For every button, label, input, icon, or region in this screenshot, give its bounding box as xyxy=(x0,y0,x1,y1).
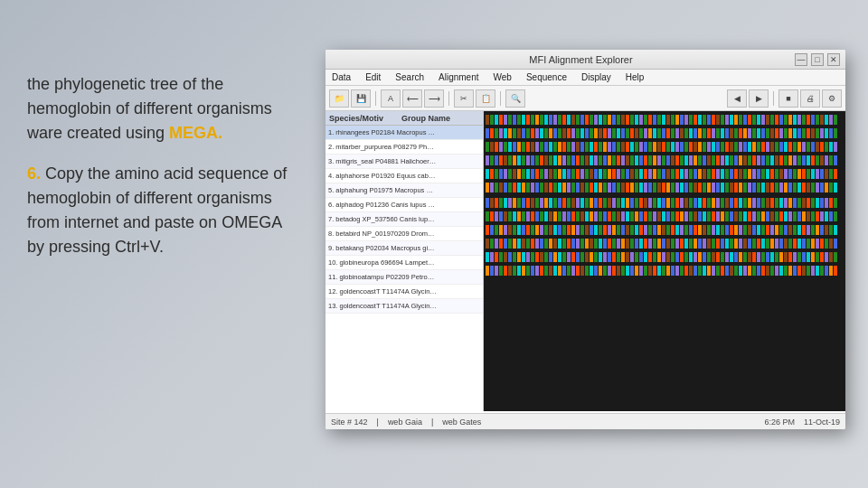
svg-rect-578 xyxy=(594,211,598,221)
svg-rect-425 xyxy=(617,183,620,192)
svg-rect-66 xyxy=(779,115,783,125)
svg-rect-95 xyxy=(553,128,557,138)
seq-data-row xyxy=(486,223,844,237)
svg-rect-525 xyxy=(712,198,715,208)
close-button[interactable]: ✕ xyxy=(827,53,840,66)
svg-rect-455 xyxy=(752,183,756,192)
svg-rect-313 xyxy=(825,155,828,165)
svg-rect-120 xyxy=(666,128,670,138)
menu-sequence[interactable]: Sequence xyxy=(524,72,570,82)
svg-rect-330 xyxy=(544,169,548,179)
table-row[interactable]: 9. betakang P02034 Macropus giganteus (e… xyxy=(326,241,483,256)
table-row[interactable]: 8. betabird NP_001970209 Dromaegius corv… xyxy=(326,227,483,241)
toolbar-search-btn[interactable]: 🔍 xyxy=(505,89,525,108)
svg-rect-380 xyxy=(770,169,774,179)
svg-rect-896 xyxy=(603,266,607,276)
svg-rect-653 xyxy=(576,225,580,235)
svg-rect-368 xyxy=(716,169,720,179)
table-row[interactable]: 4. alphahorse P01920 Equus caballus xyxy=(326,169,483,183)
table-row[interactable]: 12. goldencoastT T11474A Glycine max (so… xyxy=(326,285,483,299)
svg-rect-753 xyxy=(671,239,675,249)
svg-rect-64 xyxy=(770,115,774,125)
svg-rect-422 xyxy=(603,183,607,192)
menu-display[interactable]: Display xyxy=(579,72,614,82)
svg-rect-310 xyxy=(811,155,815,165)
table-row[interactable]: 5. alphahung P01975 Macropus giganteus (… xyxy=(326,183,483,198)
svg-rect-529 xyxy=(730,198,733,208)
table-row[interactable]: 3. mitigris_seal P04881 Halichoerus gryp… xyxy=(326,155,483,169)
menu-edit[interactable]: Edit xyxy=(363,72,383,82)
svg-rect-900 xyxy=(621,266,625,276)
svg-rect-674 xyxy=(671,225,675,235)
svg-rect-78 xyxy=(834,115,837,125)
svg-rect-28 xyxy=(608,115,611,125)
svg-rect-256 xyxy=(567,155,571,165)
table-row[interactable]: 13. goldencoastT T11474A Glycine max (so… xyxy=(326,299,483,314)
toolbar-btn10[interactable]: ⚙ xyxy=(822,89,842,108)
svg-rect-433 xyxy=(653,183,656,192)
svg-rect-404 xyxy=(522,183,525,192)
svg-rect-382 xyxy=(779,169,783,179)
menu-data[interactable]: Data xyxy=(329,72,354,82)
svg-rect-374 xyxy=(743,169,747,179)
svg-rect-194 xyxy=(644,142,647,152)
svg-rect-911 xyxy=(671,266,675,276)
svg-rect-561 xyxy=(517,211,521,221)
svg-rect-5 xyxy=(504,115,507,125)
svg-rect-144 xyxy=(775,128,778,138)
toolbar-open[interactable]: 📁 xyxy=(329,89,349,108)
svg-rect-227 xyxy=(793,142,797,152)
window-controls[interactable]: — □ ✕ xyxy=(795,53,840,66)
table-row[interactable]: 10. globineuropa 696694 Lampetra fluviat… xyxy=(326,256,483,270)
svg-rect-709 xyxy=(829,225,833,235)
toolbar-btn6[interactable]: ◀ xyxy=(727,89,747,108)
svg-rect-393 xyxy=(829,169,833,179)
svg-rect-547 xyxy=(811,198,815,208)
svg-rect-375 xyxy=(748,169,751,179)
toolbar-btn3[interactable]: ⟶ xyxy=(424,89,444,108)
svg-rect-555 xyxy=(490,211,494,221)
menu-search[interactable]: Search xyxy=(392,72,427,82)
toolbar-btn4[interactable]: ✂ xyxy=(454,89,474,108)
toolbar-btn2[interactable]: ⟵ xyxy=(402,89,422,108)
svg-rect-725 xyxy=(544,239,548,249)
svg-rect-526 xyxy=(716,198,720,208)
toolbar-btn5[interactable]: 📋 xyxy=(476,89,495,108)
svg-rect-278 xyxy=(666,155,670,165)
svg-rect-429 xyxy=(635,183,638,192)
svg-rect-576 xyxy=(585,211,589,221)
toolbar-btn8[interactable]: ■ xyxy=(778,89,798,108)
svg-rect-352 xyxy=(644,169,647,179)
svg-rect-439 xyxy=(680,183,684,192)
toolbar-btn9[interactable]: 🖨 xyxy=(800,89,820,108)
svg-rect-915 xyxy=(689,266,693,276)
menu-alignment[interactable]: Alignment xyxy=(436,72,481,82)
svg-rect-273 xyxy=(644,155,647,165)
svg-rect-362 xyxy=(689,169,693,179)
svg-rect-392 xyxy=(825,169,828,179)
table-row[interactable]: 6. alphadog P01236 Canis lupus familiari… xyxy=(326,198,483,212)
svg-rect-522 xyxy=(698,198,702,208)
table-row[interactable]: 2. mitarber_purpurea P08279 Phocoena pho… xyxy=(326,140,483,155)
maximize-button[interactable]: □ xyxy=(811,53,824,66)
svg-rect-431 xyxy=(644,183,647,192)
svg-rect-53 xyxy=(721,115,724,125)
svg-rect-202 xyxy=(680,142,684,152)
table-row[interactable]: 7. betadog XP_537560 Canis lupus familia… xyxy=(326,212,483,227)
svg-rect-307 xyxy=(797,155,801,165)
svg-rect-705 xyxy=(811,225,815,235)
svg-rect-31 xyxy=(621,115,625,125)
minimize-button[interactable]: — xyxy=(795,53,807,66)
toolbar-save[interactable]: 💾 xyxy=(351,89,371,108)
status-web: web Gaia xyxy=(388,418,422,427)
table-row[interactable]: 11. globinoatampu P02209 Petromyzon mari… xyxy=(326,270,483,285)
toolbar-btn1[interactable]: A xyxy=(381,89,401,108)
table-row[interactable]: 1. rhinangees P02184 Macropus rufus (red… xyxy=(326,126,483,140)
menu-help[interactable]: Help xyxy=(623,72,647,82)
menu-web[interactable]: Web xyxy=(491,72,514,82)
toolbar-btn7[interactable]: ▶ xyxy=(749,89,769,108)
svg-rect-897 xyxy=(608,266,611,276)
svg-rect-657 xyxy=(594,225,598,235)
svg-rect-101 xyxy=(580,128,584,138)
svg-rect-690 xyxy=(743,225,747,235)
